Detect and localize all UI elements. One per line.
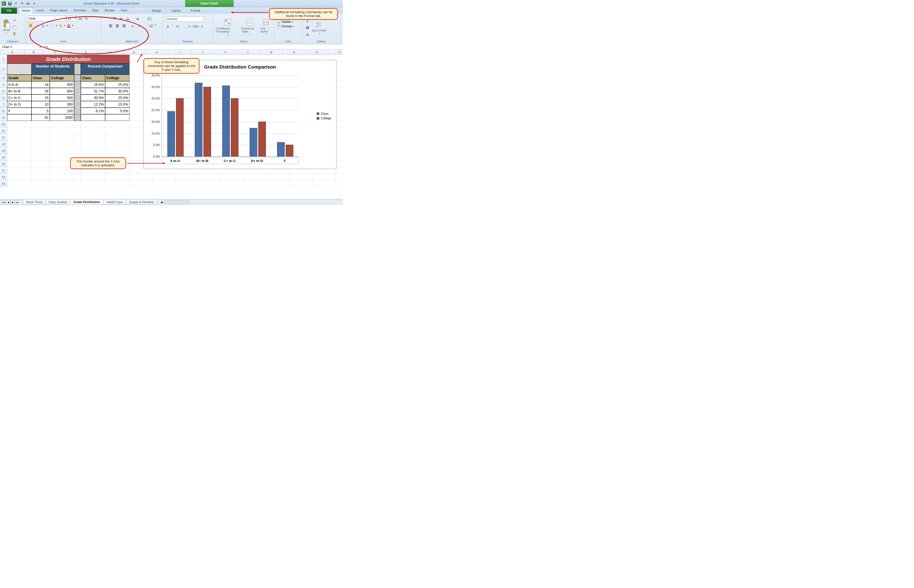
cell[interactable] <box>7 121 31 128</box>
format-as-table-button[interactable]: Format as Table▾ <box>241 18 258 36</box>
horizontal-scrollbar[interactable]: ◀ <box>159 200 341 204</box>
cell[interactable] <box>74 147 81 154</box>
header-number-students[interactable]: Number of Students <box>31 63 74 74</box>
comma-format-icon[interactable]: , <box>182 24 188 29</box>
col-header-D[interactable]: D <box>67 50 74 55</box>
cell[interactable] <box>74 134 81 141</box>
cell[interactable] <box>105 134 129 141</box>
cell[interactable] <box>7 154 31 160</box>
row-header-11[interactable]: 11 <box>0 128 7 134</box>
legend-item[interactable]: Class <box>317 112 331 116</box>
cell[interactable]: 26 <box>31 88 50 94</box>
chart-bar[interactable] <box>195 83 202 157</box>
print-preview-icon[interactable] <box>26 1 31 6</box>
cell[interactable] <box>74 94 81 101</box>
cell[interactable] <box>50 121 74 128</box>
tab-format[interactable]: Format <box>187 8 204 14</box>
row-header-1[interactable]: 1 <box>0 55 7 63</box>
cell[interactable] <box>74 108 81 114</box>
cell[interactable]: 25 <box>31 94 50 101</box>
sheet-tab-supply-demand[interactable]: Supply & Demand <box>125 200 157 205</box>
chart-x-label[interactable]: F <box>271 158 298 164</box>
copy-icon[interactable] <box>12 24 17 30</box>
undo-icon[interactable]: ↶ <box>14 1 18 6</box>
align-center-icon[interactable] <box>115 23 120 28</box>
col-header-A[interactable]: A <box>0 50 24 55</box>
name-box[interactable]: Chart 3▾ <box>0 45 43 49</box>
cell[interactable] <box>7 63 31 74</box>
tab-page-layout[interactable]: Page Layout <box>47 7 70 14</box>
decrease-decimal-icon[interactable]: .00→.0 <box>196 24 202 29</box>
cell[interactable] <box>175 180 198 187</box>
cell[interactable] <box>81 174 105 180</box>
chart-bar[interactable] <box>222 86 230 157</box>
row-header-2[interactable]: 2 <box>0 63 7 74</box>
cell[interactable] <box>267 180 290 187</box>
col-header-E[interactable]: E <box>74 50 98 55</box>
accounting-format-icon[interactable]: $ <box>165 24 171 29</box>
sheet-tab-stock-trend[interactable]: Stock Trend <box>22 200 46 205</box>
cell[interactable] <box>81 134 105 141</box>
cell[interactable] <box>7 180 31 187</box>
cell[interactable]: 25.0% <box>105 81 129 88</box>
sheet-nav-next-icon[interactable]: ▶ <box>11 200 15 204</box>
col-header-F[interactable]: F <box>98 50 123 55</box>
cut-icon[interactable]: ✂ <box>12 18 17 23</box>
cell[interactable] <box>74 74 81 81</box>
row-header-14[interactable]: 14 <box>0 147 7 154</box>
chart-bar[interactable] <box>231 98 238 157</box>
cell[interactable] <box>31 121 50 128</box>
cell[interactable] <box>50 147 74 154</box>
sheet-nav-first-icon[interactable]: ⏮ <box>2 200 6 204</box>
cell[interactable] <box>50 134 74 141</box>
cell[interactable] <box>81 147 105 154</box>
cell[interactable]: 30.5% <box>81 94 105 101</box>
cell[interactable] <box>31 141 50 147</box>
chart-resize-handle-top[interactable]: ···· <box>238 59 242 62</box>
row-header-9[interactable]: 9 <box>0 114 7 121</box>
tab-view[interactable]: View <box>118 7 131 14</box>
cell[interactable] <box>81 128 105 134</box>
row-header-18[interactable]: 18 <box>0 174 7 180</box>
cell[interactable] <box>129 174 152 180</box>
chart-bar[interactable] <box>250 128 257 157</box>
cell[interactable]: F <box>7 108 31 114</box>
cell[interactable]: 100 <box>50 108 74 114</box>
col-header-M[interactable]: M <box>260 50 283 55</box>
redo-icon[interactable]: ↷ <box>20 1 24 6</box>
col-header-P[interactable]: P <box>328 50 343 55</box>
cell[interactable]: 500 <box>50 81 74 88</box>
chart-bar[interactable] <box>204 87 211 157</box>
cell[interactable] <box>244 180 267 187</box>
chart-legend[interactable]: ClassCollege <box>317 111 331 121</box>
sheet-nav-last-icon[interactable]: ⏭ <box>15 200 19 204</box>
chart-x-label[interactable]: D+ to D- <box>244 158 271 164</box>
cell[interactable]: 5.0% <box>105 108 129 114</box>
cell[interactable]: 25.0% <box>105 94 129 101</box>
cell[interactable] <box>244 174 267 180</box>
merge-center-icon[interactable]: a <box>149 23 154 28</box>
cell[interactable] <box>74 180 81 187</box>
cell[interactable] <box>290 174 312 180</box>
col-header-B[interactable]: B <box>24 50 43 55</box>
cell[interactable] <box>267 174 290 180</box>
chart-bar[interactable] <box>176 98 184 157</box>
cell[interactable] <box>7 114 31 121</box>
sheet-nav-prev-icon[interactable]: ◀ <box>6 200 10 204</box>
increase-indent-icon[interactable]: ⇥ <box>137 23 142 28</box>
cell[interactable] <box>105 147 129 154</box>
chart-resize-handle-bottom[interactable]: ···· <box>238 167 242 170</box>
cell[interactable]: College <box>50 74 74 81</box>
chart-x-axis[interactable]: A to A-B+ to B-C+ to C-D+ to D-F <box>162 158 299 164</box>
tab-home[interactable]: Home <box>19 7 33 14</box>
cell[interactable] <box>7 141 31 147</box>
align-bottom-icon[interactable] <box>125 16 131 21</box>
col-header-I[interactable]: I <box>168 50 191 55</box>
cell[interactable] <box>74 81 81 88</box>
cell[interactable] <box>335 174 343 180</box>
cell[interactable] <box>31 154 50 160</box>
row-header-12[interactable]: 12 <box>0 134 7 141</box>
wrap-text-icon[interactable] <box>147 16 152 21</box>
cell[interactable] <box>31 134 50 141</box>
italic-button[interactable]: I <box>34 23 40 28</box>
